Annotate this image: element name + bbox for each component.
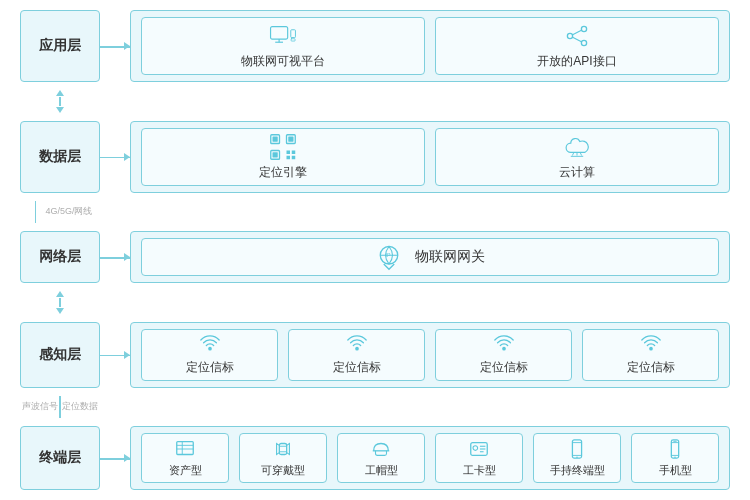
item-beacon1: 定位信标	[141, 329, 278, 381]
layer-content-terminal: 资产型 可穿戴型 工帽型	[130, 426, 730, 490]
svg-point-51	[674, 457, 675, 458]
item-phone: 手机型	[631, 433, 719, 483]
item-card: 工卡型	[435, 433, 523, 483]
svg-rect-32	[177, 442, 194, 455]
layer-row-terminal: 终端层 资产型 可穿戴型	[20, 426, 730, 490]
layer-row-app: 应用层 物联网可视平台	[20, 10, 730, 82]
layer-content-network: IP 物联网网关	[130, 231, 730, 283]
layer-label-network: 网络层	[20, 231, 100, 283]
vc-double-arrow-3	[20, 291, 100, 314]
monitor-icon	[269, 22, 297, 50]
item-handheld: 手持终端型	[533, 433, 621, 483]
item-helmet: 工帽型	[337, 433, 425, 483]
item-asset: 资产型	[141, 433, 229, 483]
svg-rect-16	[273, 152, 278, 157]
wearable-icon	[272, 438, 294, 460]
svg-rect-14	[288, 136, 293, 141]
wifi-icon-3	[493, 334, 515, 356]
svg-point-40	[473, 446, 478, 451]
svg-line-10	[573, 37, 582, 41]
svg-rect-36	[279, 444, 286, 455]
asset-icon	[174, 438, 196, 460]
architecture-diagram: 应用层 物联网可视平台	[0, 0, 750, 500]
svg-rect-12	[273, 136, 278, 141]
layer-content-sense: 定位信标 定位信标 定位信标	[130, 322, 730, 388]
layer-label-data: 数据层	[20, 121, 100, 193]
share-icon	[563, 22, 591, 50]
item-iot-gateway: IP 物联网网关	[141, 238, 719, 276]
item-location-engine: 定位引擎	[141, 128, 425, 186]
svg-point-8	[581, 40, 586, 45]
arrow-up-icon	[56, 90, 64, 96]
wifi-icon-2	[346, 334, 368, 356]
vconnector-3	[20, 291, 730, 314]
svg-point-31	[649, 346, 653, 350]
svg-rect-17	[287, 150, 291, 154]
svg-point-29	[355, 346, 359, 350]
svg-rect-18	[292, 150, 296, 154]
helmet-icon	[370, 438, 392, 460]
vc-two-labels: 声波信号 定位数据	[20, 396, 100, 419]
layer-label-sense: 感知层	[20, 322, 100, 388]
svg-rect-19	[287, 155, 291, 159]
layer-row-data: 数据层 定位引擎	[20, 121, 730, 193]
layer-row-network: 网络层 IP 物联网网关	[20, 231, 730, 283]
phone-icon	[664, 438, 686, 460]
svg-rect-3	[291, 30, 296, 38]
svg-point-7	[567, 33, 572, 38]
wifi-icon-4	[640, 334, 662, 356]
arrow-up-icon-3	[56, 291, 64, 297]
cloud-icon	[563, 133, 591, 161]
svg-rect-52	[673, 441, 677, 442]
arrow-down-icon	[56, 107, 64, 113]
layer-row-sense: 感知层 定位信标 定位信标	[20, 322, 730, 388]
item-cloud: 云计算	[435, 128, 719, 186]
layer-content-app: 物联网可视平台 开放的API接口	[130, 10, 730, 82]
wifi-icon-1	[199, 334, 221, 356]
layer-label-terminal: 终端层	[20, 426, 100, 490]
ip-icon: IP	[375, 243, 403, 271]
vconnector-1	[20, 90, 730, 113]
vconnector-4: 声波信号 定位数据	[20, 396, 730, 419]
handheld-icon	[566, 438, 588, 460]
item-beacon3: 定位信标	[435, 329, 572, 381]
svg-line-9	[573, 30, 582, 34]
item-beacon4: 定位信标	[582, 329, 719, 381]
svg-text:IP: IP	[386, 252, 391, 258]
layer-content-data: 定位引擎 云计算	[130, 121, 730, 193]
qr-icon	[269, 133, 297, 161]
svg-point-6	[581, 26, 586, 31]
arrow-down-icon-3	[56, 308, 64, 314]
item-beacon2: 定位信标	[288, 329, 425, 381]
vconnector-2: 4G/5G/网线	[20, 201, 730, 224]
svg-rect-5	[291, 39, 295, 41]
card-icon	[468, 438, 490, 460]
vc-label-4g: 4G/5G/网线	[20, 201, 100, 224]
svg-rect-20	[292, 155, 296, 159]
item-wearable: 可穿戴型	[239, 433, 327, 483]
svg-point-28	[208, 346, 212, 350]
vc-double-arrow-1	[20, 90, 100, 113]
item-open-api: 开放的API接口	[435, 17, 719, 75]
svg-point-47	[576, 457, 577, 458]
item-iot-platform: 物联网可视平台	[141, 17, 425, 75]
svg-point-30	[502, 346, 506, 350]
layer-label-app: 应用层	[20, 10, 100, 82]
svg-rect-0	[271, 27, 288, 39]
